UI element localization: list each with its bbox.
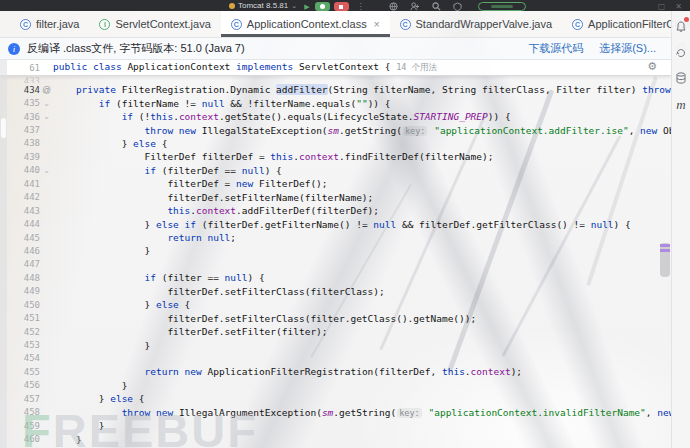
code-token: .addFilterDef(filterDef);	[236, 205, 379, 216]
code-line: 434@ private FilterRegistration.Dynamic …	[0, 83, 671, 96]
editor-gear-icon[interactable]: ⚙	[647, 61, 657, 72]
code-token: throws	[642, 84, 671, 95]
analysis-marker	[660, 249, 670, 252]
code-token: null	[242, 165, 265, 176]
code-line: 446 }	[0, 244, 671, 257]
more-actions-icon[interactable]: ⋮	[357, 2, 365, 11]
code-token: filterDef =	[53, 178, 236, 189]
code-line: 447	[0, 258, 671, 271]
code-token: this	[442, 366, 465, 377]
code-token	[53, 232, 167, 243]
code-token: public	[53, 61, 87, 72]
code-token: new	[185, 366, 202, 377]
code-token: )) {	[368, 98, 391, 109]
tab-ServletContext.java[interactable]: IServletContext.java	[89, 11, 220, 37]
globe-icon[interactable]	[389, 2, 398, 11]
code-line: 454	[0, 352, 671, 365]
code-line: 449 filterDef.setFilterClass(filterClass…	[0, 285, 671, 298]
add-user-icon[interactable]	[410, 2, 420, 11]
code-token: else	[133, 138, 156, 149]
stop-icon	[339, 5, 343, 9]
run-config-label: Tomcat 8.5.81	[238, 1, 288, 10]
code-token: {	[156, 138, 167, 149]
gutter-fold-chevron-icon[interactable]: ⌄	[40, 166, 53, 175]
left-tool-stripe	[0, 60, 7, 448]
settings-shield-icon[interactable]	[453, 2, 462, 11]
code-token	[53, 366, 145, 377]
code-token: ""	[356, 98, 367, 109]
tabs-container: Cfilter.javaIServletContext.javaCApplica…	[10, 11, 690, 37]
gutter-fold-chevron-icon[interactable]: ⌄	[40, 112, 53, 121]
code-text: } else {	[53, 138, 167, 149]
code-line: 442 filterDef.setFilterName(filterName);	[0, 191, 671, 204]
code-text: throw new IllegalStateException(sm.getSt…	[53, 125, 671, 136]
status-pill-badge[interactable]	[478, 2, 526, 11]
code-token: context	[179, 111, 219, 122]
watermark-letter: F	[22, 404, 53, 448]
gutter-annotation-icon[interactable]: @	[40, 85, 53, 95]
close-tab-icon[interactable]: ×	[374, 19, 380, 30]
code-token: }	[53, 245, 150, 256]
maven-tool-button[interactable]: m	[676, 97, 685, 113]
code-token: this	[167, 205, 190, 216]
code-token: }	[53, 340, 150, 351]
code-token: (filterDef ==	[156, 165, 242, 176]
tab-StandardWrapperValve.java[interactable]: CStandardWrapperValve.java	[390, 11, 563, 37]
database-tool-button[interactable]	[675, 71, 687, 89]
code-token: new	[657, 407, 671, 418]
tab-filter.java[interactable]: Cfilter.java	[10, 11, 89, 37]
code-token: (filter ==	[156, 272, 225, 283]
notification-links: 下载源代码 选择源(S)...	[528, 41, 682, 56]
code-line: 438 } else {	[0, 137, 671, 150]
code-token: null	[591, 219, 614, 230]
code-token: this	[150, 111, 173, 122]
code-token: FilterRegistration.Dynamic	[116, 84, 276, 95]
class-icon: C	[231, 19, 242, 30]
code-text: filterDef = new FilterDef();	[53, 178, 328, 189]
tab-label: ServletContext.java	[115, 18, 210, 30]
code-token: ,	[646, 407, 657, 418]
tab-label: filter.java	[36, 18, 79, 30]
code-line: 456 }	[0, 379, 671, 392]
notifications-bell-button[interactable]	[675, 19, 687, 37]
class-icon: C	[572, 19, 583, 30]
gesture-refresh-button[interactable]	[675, 45, 687, 63]
editor-tab-bar: Cfilter.javaIServletContext.javaCApplica…	[0, 11, 671, 38]
code-text: } else if (filterDef.getFilterName() != …	[53, 219, 631, 230]
code-token: if	[99, 98, 110, 109]
stripe-handle[interactable]	[1, 118, 6, 138]
debug-button[interactable]	[315, 2, 330, 11]
code-token: key:	[397, 408, 421, 418]
tab-ApplicationContext.class[interactable]: CApplicationContext.class×	[221, 11, 390, 37]
window-controls: ▢ ✕	[658, 2, 690, 11]
code-token: if	[145, 272, 156, 283]
run-icon[interactable]: ▶	[304, 3, 309, 11]
run-configuration-selector[interactable]: Tomcat 8.5.81 ⌄	[225, 0, 301, 11]
code-token	[53, 205, 167, 216]
code-token: .getString(	[339, 125, 402, 136]
stop-button[interactable]	[334, 2, 349, 11]
code-token: sm	[322, 407, 333, 418]
search-icon[interactable]	[432, 2, 441, 11]
code-text: this.context.addFilterDef(filterDef);	[53, 205, 379, 216]
code-token: new	[236, 178, 253, 189]
code-token: STARTING_PREP	[413, 111, 487, 122]
code-token: }	[53, 380, 127, 391]
code-token: }	[53, 219, 156, 230]
window-restore-icon[interactable]: ▢	[658, 2, 666, 11]
tab-label: StandardWrapperValve.java	[416, 18, 553, 30]
code-token: this	[270, 151, 293, 162]
gutter-fold-chevron-icon[interactable]: ⌄	[40, 99, 53, 108]
code-line: 436⌄ if (!this.context.getState().equals…	[0, 110, 671, 123]
code-token: else	[156, 299, 179, 310]
code-text: }	[53, 245, 150, 256]
choose-sources-link[interactable]: 选择源(S)...	[599, 41, 656, 56]
code-token: (String filterName, String filterClass, …	[328, 84, 643, 95]
notification-text: 反编译 .class文件, 字节码版本: 51.0 (Java 7)	[27, 41, 245, 56]
analysis-marker	[660, 244, 670, 247]
code-editor[interactable]: FREEBUF 61public class ApplicationContex…	[0, 60, 671, 448]
code-text: }	[53, 380, 127, 391]
download-sources-link[interactable]: 下载源代码	[528, 41, 583, 56]
vertical-scrollbar-thumb[interactable]	[660, 243, 670, 277]
window-close-icon[interactable]: ✕	[675, 2, 682, 11]
